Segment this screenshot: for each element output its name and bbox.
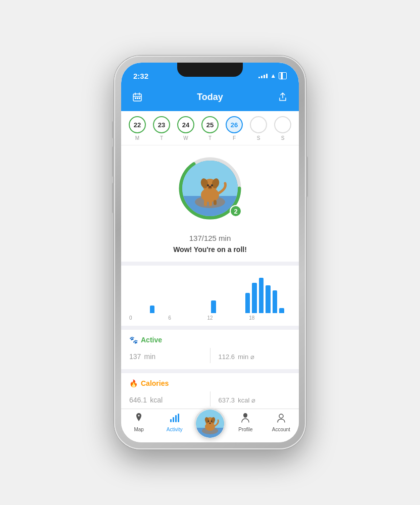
motivation-text: Wow! You're on a roll! [173, 245, 247, 254]
chart-labels: 0 6 12 18 [129, 313, 291, 321]
calendar-icon[interactable] [129, 89, 145, 105]
profile-section: 2 137/125 min Wow! You're on a roll! [121, 145, 299, 262]
date-circle-24: 24 [177, 116, 194, 133]
notch [177, 63, 243, 77]
nav-activity[interactable]: Activity [156, 412, 192, 432]
map-icon [133, 412, 144, 426]
status-icons: ▲ ▌ [258, 72, 287, 79]
active-label: 🐾 Active [129, 336, 291, 344]
svg-rect-20 [204, 200, 207, 206]
calories-avg-value: 637.3 kcal ⌀ [219, 392, 291, 406]
date-item-wed[interactable]: 24 W [177, 116, 194, 141]
date-circle-26: 26 [226, 116, 243, 133]
chart-bar [273, 290, 278, 313]
main-content: 2 137/125 min Wow! You're on a roll! [121, 145, 299, 409]
activity-ring-container: 2 [177, 156, 243, 221]
date-item-thu[interactable]: 25 T [201, 116, 219, 141]
date-circle-23: 23 [153, 116, 170, 133]
active-avg-value: 112.6 min ⌀ [219, 349, 291, 362]
svg-point-36 [209, 423, 211, 424]
date-circle-sun [274, 116, 291, 133]
account-label: Account [272, 427, 290, 432]
calories-stats-row: 646.1 kcal 637.3 kcal ⌀ [129, 391, 291, 407]
chart-section: 0 6 12 18 [121, 266, 299, 326]
svg-rect-21 [209, 200, 212, 206]
svg-point-34 [208, 421, 209, 422]
volume-up-button[interactable] [112, 146, 114, 177]
calories-divider [210, 391, 211, 407]
date-circle-25: 25 [201, 116, 219, 133]
stats-divider [210, 348, 211, 363]
status-time: 2:32 [133, 72, 148, 80]
battery-icon: ▌ [279, 72, 287, 79]
profile-label: Profile [238, 427, 252, 432]
date-item-fri[interactable]: 26 F [226, 116, 243, 141]
date-circle-sat [250, 116, 267, 133]
signal-icon [258, 74, 268, 78]
svg-point-35 [211, 421, 213, 422]
date-strip: 22 M 23 T 24 W 25 T 26 F [121, 111, 299, 145]
phone-wrapper: 2:32 ▲ ▌ [114, 56, 306, 449]
svg-point-37 [279, 414, 283, 418]
chart-label-6: 6 [168, 315, 171, 321]
dog-center-button[interactable] [194, 408, 226, 439]
chart-bars [129, 278, 291, 313]
dog-avatar[interactable] [182, 161, 238, 216]
chart-label-12: 12 [207, 315, 213, 321]
svg-rect-25 [175, 415, 177, 422]
activity-label: Activity [167, 427, 183, 432]
calories-label: 🔥 Calories [129, 379, 291, 387]
activity-icon [169, 412, 180, 426]
nav-profile[interactable]: Profile [228, 412, 263, 432]
svg-rect-26 [178, 414, 179, 422]
bottom-nav: Map Activity [121, 409, 299, 442]
power-button[interactable] [306, 157, 308, 197]
chart-bar [266, 285, 271, 313]
volume-down-button[interactable] [112, 183, 114, 213]
svg-rect-22 [214, 200, 217, 205]
streak-badge: 2 [230, 205, 242, 217]
app-header: Today [121, 85, 299, 111]
calories-stats-card: 🔥 Calories 646.1 kcal 637.3 kcal ⌀ [121, 373, 299, 409]
date-item-sat[interactable]: S [250, 116, 267, 141]
date-item-tue[interactable]: 23 T [153, 116, 170, 141]
account-icon [276, 412, 287, 426]
chart-bar [279, 308, 284, 313]
chart-label-18: 18 [249, 315, 254, 321]
chart-bar [150, 306, 155, 313]
active-current-value: 137 min [129, 349, 202, 362]
share-icon[interactable] [275, 89, 291, 105]
chart-label-0: 0 [129, 315, 132, 321]
calories-icon: 🔥 [129, 379, 138, 387]
svg-point-17 [211, 184, 213, 186]
mute-button[interactable] [112, 121, 114, 138]
phone-screen: 2:32 ▲ ▌ [121, 63, 299, 442]
svg-rect-5 [137, 97, 138, 99]
svg-rect-24 [173, 417, 174, 422]
svg-point-16 [207, 184, 209, 186]
profile-icon [240, 412, 251, 426]
chart-bar [245, 293, 250, 313]
active-stats-card: 🐾 Active 137 min 112.6 min ⌀ [121, 330, 299, 369]
calories-current-value: 646.1 kcal [129, 392, 202, 406]
svg-rect-23 [170, 419, 172, 422]
svg-rect-6 [139, 97, 140, 99]
chart-bar [259, 278, 264, 313]
svg-point-19 [208, 186, 212, 188]
chart-area [129, 273, 291, 313]
activity-minutes: 137/125 min [189, 228, 231, 244]
nav-account[interactable]: Account [264, 412, 299, 432]
svg-rect-4 [135, 97, 136, 99]
active-icon: 🐾 [129, 336, 138, 344]
header-title: Today [197, 92, 223, 103]
date-item-sun[interactable]: S [274, 116, 291, 141]
screen-content: 2:32 ▲ ▌ [121, 63, 299, 442]
active-stats-row: 137 min 112.6 min ⌀ [129, 348, 291, 363]
wifi-icon: ▲ [270, 72, 276, 79]
chart-bar [252, 283, 257, 313]
date-item-mon[interactable]: 22 M [129, 116, 146, 141]
map-label: Map [134, 427, 143, 432]
date-circle-22: 22 [129, 116, 146, 133]
chart-bar [211, 300, 216, 313]
nav-map[interactable]: Map [121, 412, 156, 432]
